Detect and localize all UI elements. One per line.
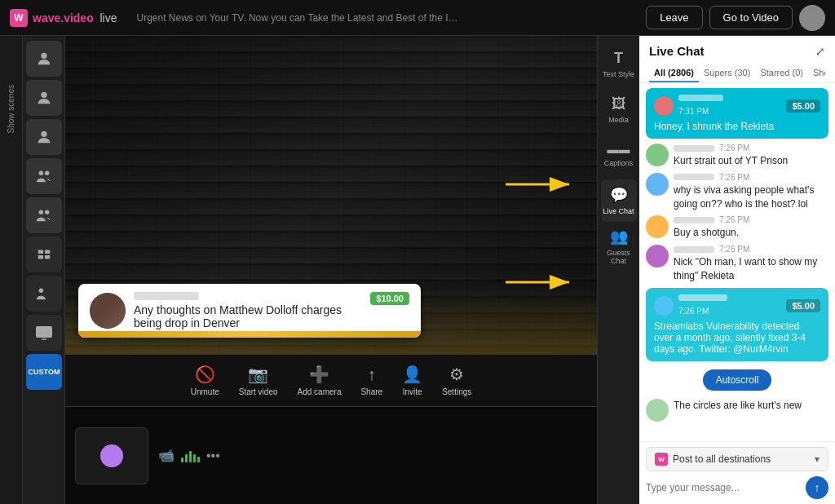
scene-item-3[interactable] bbox=[26, 119, 62, 155]
autoscroll-container: Autoscroll bbox=[646, 366, 828, 394]
right-panel-icons: T Text Style 🖼 Media ▬▬ Captions 💬 Live … bbox=[597, 36, 639, 504]
scene-item-7[interactable] bbox=[26, 276, 62, 312]
scene-item-6[interactable] bbox=[26, 237, 62, 272]
wave-logo-small: W bbox=[655, 453, 668, 466]
audio-level-bar bbox=[181, 449, 200, 462]
msg1-time: 7:31 PM bbox=[678, 107, 709, 116]
product-name: live bbox=[99, 11, 117, 24]
expand-chat-icon[interactable]: ⤢ bbox=[815, 45, 825, 58]
scene-item-4[interactable] bbox=[26, 158, 62, 194]
tab-supers[interactable]: Supers (30) bbox=[699, 64, 755, 82]
show-scenes-toggle[interactable]: Show scenes bbox=[7, 85, 15, 133]
share-label: Share bbox=[360, 387, 382, 396]
logo-icon: W bbox=[10, 9, 28, 27]
unmute-label: Unmute bbox=[191, 387, 219, 396]
svg-point-3 bbox=[39, 171, 44, 176]
header: W wave.video live Urgent News on Your TV… bbox=[0, 0, 835, 36]
chat-message-input[interactable] bbox=[646, 482, 801, 493]
invite-icon: 👤 bbox=[402, 365, 422, 384]
svg-point-11 bbox=[39, 289, 44, 294]
go-to-video-button[interactable]: Go to Video bbox=[709, 6, 793, 29]
tab-all[interactable]: All (2806) bbox=[649, 64, 699, 82]
live-chat-icon: 💬 bbox=[610, 186, 628, 204]
msg1-avatar bbox=[654, 96, 674, 116]
chat-msg-7: The circles are like kurt's new bbox=[646, 399, 828, 422]
tab-showr[interactable]: Showr bbox=[808, 64, 825, 82]
bar-4 bbox=[193, 454, 196, 462]
msg7-text: The circles are like kurt's new bbox=[674, 399, 802, 413]
more-options-icon[interactable]: ••• bbox=[206, 449, 220, 463]
microphone-muted-icon: 🚫 bbox=[195, 365, 215, 384]
msg6-text: Streamlabs Vulnerability detected over a… bbox=[654, 321, 820, 355]
share-button[interactable]: ↑ Share bbox=[360, 365, 382, 396]
video-area: Any thoughts on Matthew Dolloff charges … bbox=[65, 36, 597, 504]
text-style-icon: T bbox=[614, 50, 623, 67]
unmute-button[interactable]: 🚫 Unmute bbox=[191, 365, 219, 396]
msg6-name-blur bbox=[678, 294, 727, 301]
svg-rect-7 bbox=[38, 250, 43, 254]
svg-rect-8 bbox=[45, 250, 50, 254]
msg2-name-blur bbox=[674, 145, 714, 152]
msg5-name-blur bbox=[674, 246, 714, 253]
destination-selector[interactable]: W Post to all destinations ▾ bbox=[646, 447, 828, 471]
bar-5 bbox=[197, 457, 200, 462]
guests-chat-label: Guests Chat bbox=[601, 249, 637, 265]
media-panel-btn[interactable]: 🖼 Media bbox=[601, 88, 637, 130]
scene-panel: CUSTOM bbox=[23, 36, 65, 504]
scene-item-1[interactable] bbox=[26, 41, 62, 77]
logo: W wave.video live bbox=[10, 9, 117, 27]
camera-off-icon: 📷 bbox=[248, 365, 268, 384]
autoscroll-button[interactable]: Autoscroll bbox=[703, 369, 772, 391]
super-chat-content: Any thoughts on Matthew Dolloff charges … bbox=[134, 292, 409, 329]
start-video-label: Start video bbox=[239, 387, 278, 396]
add-camera-label: Add camera bbox=[298, 387, 342, 396]
text-style-panel-btn[interactable]: T Text Style bbox=[601, 42, 637, 85]
msg4-body: 7:26 PM Buy a shotgun. bbox=[674, 215, 749, 240]
add-camera-icon: ➕ bbox=[309, 365, 329, 384]
send-message-button[interactable]: ↑ bbox=[806, 476, 828, 499]
chat-msg-4: 7:26 PM Buy a shotgun. bbox=[646, 215, 828, 240]
svg-rect-9 bbox=[38, 255, 43, 259]
live-chat-label: Live Chat bbox=[603, 207, 634, 215]
msg2-body: 7:26 PM Kurt strait out of YT Prison bbox=[674, 144, 788, 168]
scene-item-2[interactable] bbox=[26, 80, 62, 116]
camera-small-icon[interactable]: 📹 bbox=[158, 448, 175, 463]
video-background: Any thoughts on Matthew Dolloff charges … bbox=[65, 36, 597, 354]
arrow-svg-2 bbox=[506, 267, 579, 297]
tab-starred[interactable]: Starred (0) bbox=[755, 64, 808, 82]
settings-button[interactable]: ⚙ Settings bbox=[442, 365, 471, 396]
chat-title-row: Live Chat ⤢ bbox=[649, 44, 825, 58]
bar-3 bbox=[189, 451, 192, 462]
msg2-text: Kurt strait out of YT Prison bbox=[674, 154, 788, 168]
preview-controls-area: 📹 ••• bbox=[158, 448, 220, 463]
guests-chat-panel-btn[interactable]: 👥 Guests Chat bbox=[601, 225, 637, 267]
msg7-avatar bbox=[646, 399, 669, 422]
add-camera-button[interactable]: ➕ Add camera bbox=[298, 365, 342, 396]
bar-1 bbox=[181, 458, 183, 462]
invite-button[interactable]: 👤 Invite bbox=[402, 365, 422, 396]
custom-button[interactable]: CUSTOM bbox=[26, 354, 62, 390]
text-style-label: Text Style bbox=[603, 70, 634, 78]
leave-button[interactable]: Leave bbox=[646, 6, 702, 29]
msg5-text: Nick "Oh man, I want to show my thing" R… bbox=[674, 255, 828, 283]
super-chat-name bbox=[134, 292, 364, 302]
header-right: Leave Go to Video bbox=[646, 5, 825, 31]
captions-panel-btn[interactable]: ▬▬ Captions bbox=[601, 134, 637, 176]
preview-avatar-dot bbox=[100, 444, 123, 467]
logo-text: wave.video live bbox=[33, 11, 117, 24]
start-video-button[interactable]: 📷 Start video bbox=[239, 365, 278, 396]
user-avatar[interactable] bbox=[799, 5, 825, 31]
msg1-amount: $5.00 bbox=[786, 99, 820, 113]
chat-footer: W Post to all destinations ▾ ↑ bbox=[639, 441, 835, 504]
live-chat-panel-btn[interactable]: 💬 Live Chat bbox=[601, 179, 637, 222]
chat-msg-5: 7:26 PM Nick "Oh man, I want to show my … bbox=[646, 245, 828, 283]
brand-name: wave.video bbox=[33, 11, 94, 24]
scene-item-8[interactable] bbox=[26, 315, 62, 351]
msg2-avatar bbox=[646, 144, 669, 166]
scene-item-5[interactable] bbox=[26, 197, 62, 233]
guests-chat-icon: 👥 bbox=[610, 228, 628, 245]
preview-video-box bbox=[75, 427, 148, 484]
msg5-time: 7:26 PM bbox=[719, 245, 749, 254]
chat-messages-list: 7:31 PM $5.00 Honey, I shrunk the Rekiet… bbox=[639, 83, 835, 441]
msg3-time: 7:26 PM bbox=[719, 173, 749, 182]
